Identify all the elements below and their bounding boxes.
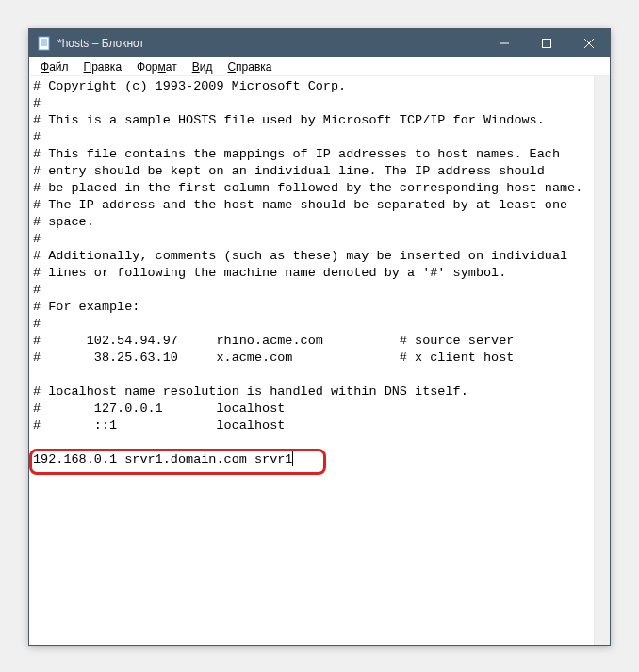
text-line: # 38.25.63.10 x.acme.com # x client host — [33, 350, 606, 367]
text-line: # Copyright (c) 1993-2009 Microsoft Corp… — [33, 78, 606, 95]
text-line: # lines or following the machine name de… — [33, 265, 606, 282]
text-line: # ::1 localhost — [33, 418, 606, 434]
text-line: # — [33, 95, 606, 112]
text-line — [33, 434, 606, 451]
notepad-icon — [37, 36, 52, 51]
text-line: # — [33, 231, 606, 248]
menubar: Файл Правка Формат Вид Справка — [29, 57, 610, 76]
text-line: # The IP address and the host name shoul… — [33, 197, 606, 214]
titlebar[interactable]: *hosts – Блокнот — [29, 29, 610, 57]
text-line: # localhost name resolution is handled w… — [33, 384, 606, 401]
text-line: # — [33, 316, 606, 333]
text-line: # For example: — [33, 299, 606, 316]
text-line: # 127.0.0.1 localhost — [33, 401, 606, 418]
window-title: *hosts – Блокнот — [57, 37, 483, 50]
menu-format[interactable]: Формат — [129, 58, 185, 75]
menu-help[interactable]: Справка — [220, 58, 279, 75]
text-line: # entry should be kept on an individual … — [33, 163, 606, 180]
text-line: # space. — [33, 214, 606, 231]
notepad-window: *hosts – Блокнот Файл Правка Формат Вид … — [28, 28, 611, 646]
svg-rect-6 — [542, 40, 550, 48]
text-line: # This is a sample HOSTS file used by Mi… — [33, 112, 606, 129]
window-controls — [483, 29, 610, 57]
text-line: # 102.54.94.97 rhino.acme.com # source s… — [33, 333, 606, 350]
edited-text-line: 192.168.0.1 srvr1.domain.com srvr1 — [33, 451, 606, 468]
text-line: # — [33, 282, 606, 299]
text-caret — [292, 451, 293, 466]
minimize-button[interactable] — [483, 29, 525, 57]
vertical-scrollbar[interactable] — [594, 76, 610, 645]
menu-edit[interactable]: Правка — [76, 58, 130, 75]
text-line: # be placed in the first column followed… — [33, 180, 606, 197]
menu-view[interactable]: Вид — [185, 58, 221, 75]
text-editor-area[interactable]: # Copyright (c) 1993-2009 Microsoft Corp… — [29, 76, 610, 645]
menu-file[interactable]: Файл — [33, 58, 76, 75]
text-line: # This file contains the mappings of IP … — [33, 146, 606, 163]
text-line — [33, 367, 606, 384]
close-button[interactable] — [567, 29, 610, 57]
text-line: # — [33, 129, 606, 146]
maximize-button[interactable] — [525, 29, 567, 57]
text-line: # Additionally, comments (such as these)… — [33, 248, 606, 265]
